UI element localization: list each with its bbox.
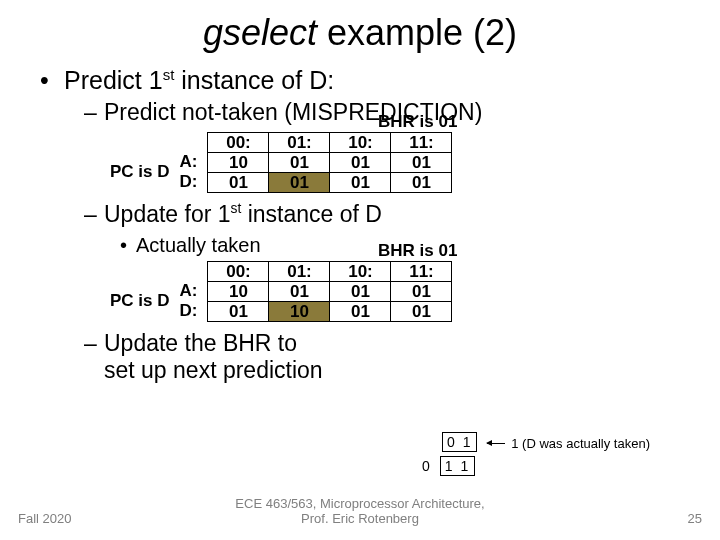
cell: 01 xyxy=(391,173,452,193)
row-a-label: A: xyxy=(180,152,198,172)
cell: 01 xyxy=(269,153,330,173)
slide-title: gselect example (2) xyxy=(40,12,680,54)
slide: gselect example (2) Predict 1st instance… xyxy=(0,0,720,540)
pht-grid-2: 00: 01: 10: 11: 10 01 01 01 01 10 01 01 xyxy=(207,261,452,322)
cell: 01 xyxy=(330,173,391,193)
bhr-note: 1 (D was actually taken) xyxy=(511,436,650,451)
cell: 01 xyxy=(391,153,452,173)
col-11: 11: xyxy=(391,262,452,282)
cell: 01 xyxy=(330,282,391,302)
bhr-caption-2: BHR is 01 xyxy=(378,241,457,261)
col-00: 00: xyxy=(208,262,269,282)
cell-highlight: 10 xyxy=(269,302,330,322)
cell: 10 xyxy=(208,153,269,173)
cell: 01 xyxy=(330,302,391,322)
row-d-label: D: xyxy=(180,172,198,192)
pc-label-2: PC is D xyxy=(110,291,170,311)
cell: 01 xyxy=(208,302,269,322)
table-row: 01 01 01 01 xyxy=(208,173,452,193)
footer-line2: Prof. Eric Rotenberg xyxy=(301,511,419,526)
col-11: 11: xyxy=(391,133,452,153)
pht-table-after: BHR is 01 PC is D A: D: 00: 01: 10: 11: … xyxy=(110,261,680,322)
col-10: 10: xyxy=(330,133,391,153)
cell: 01 xyxy=(269,282,330,302)
bhr-update-diagram: 0 1 1 (D was actually taken) 0 1 1 xyxy=(422,432,650,476)
col-10: 10: xyxy=(330,262,391,282)
cell-highlight: 01 xyxy=(269,173,330,193)
pht-table-before: BHR is 01 PC is D A: D: 00: 01: 10: 11: … xyxy=(110,132,680,193)
bullet-update-bhr: Update the BHR to set up next prediction xyxy=(40,330,680,383)
bullet-update: Update for 1st instance of D xyxy=(40,201,680,228)
bhr-caption-1: BHR is 01 xyxy=(378,112,457,132)
col-01: 01: xyxy=(269,262,330,282)
cell: 10 xyxy=(208,282,269,302)
cell: 01 xyxy=(391,302,452,322)
bhr-new-row: 0 1 1 xyxy=(422,456,650,476)
cell: 01 xyxy=(208,173,269,193)
arrow-left-icon xyxy=(487,443,505,444)
cell: 01 xyxy=(391,282,452,302)
pht-grid-1: 00: 01: 10: 11: 10 01 01 01 01 01 01 01 xyxy=(207,132,452,193)
row-a-label: A: xyxy=(180,281,198,301)
bhr-new-value: 1 1 xyxy=(440,456,475,476)
table-row: 10 01 01 01 xyxy=(208,153,452,173)
bullet-predict: Predict 1st instance of D: xyxy=(40,66,680,95)
shift-out-bit: 0 xyxy=(422,458,430,474)
bhr-old-row: 0 1 1 (D was actually taken) xyxy=(422,432,650,452)
footer-line1: ECE 463/563, Microprocessor Architecture… xyxy=(235,496,484,511)
col-01: 01: xyxy=(269,133,330,153)
table-row: 01 10 01 01 xyxy=(208,302,452,322)
footer-course: ECE 463/563, Microprocessor Architecture… xyxy=(0,496,720,526)
title-italic: gselect xyxy=(203,12,317,53)
title-rest: example (2) xyxy=(317,12,517,53)
cell: 01 xyxy=(330,153,391,173)
pc-label-1: PC is D xyxy=(110,162,170,182)
slide-number: 25 xyxy=(688,511,702,526)
bhr-old-value: 0 1 xyxy=(442,432,477,452)
table-row: 10 01 01 01 xyxy=(208,282,452,302)
row-labels-1: A: D: xyxy=(180,152,198,193)
row-labels-2: A: D: xyxy=(180,281,198,322)
l2c-line2: set up next prediction xyxy=(104,357,323,383)
bullet-actually-taken: Actually taken xyxy=(40,234,680,257)
row-d-label: D: xyxy=(180,301,198,321)
l2c-line1: Update the BHR to xyxy=(104,330,297,356)
col-00: 00: xyxy=(208,133,269,153)
bullet-mispredict: Predict not-taken (MISPREDICTION) xyxy=(40,99,680,126)
